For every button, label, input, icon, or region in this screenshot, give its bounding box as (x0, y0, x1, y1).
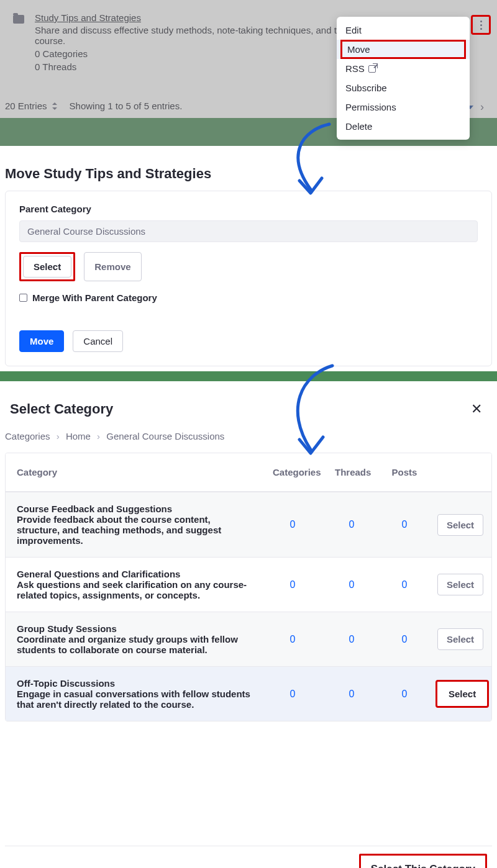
select-button[interactable]: Select (23, 256, 71, 278)
select-button-highlight: Select (19, 252, 75, 281)
category-list-panel: Study Tips and Strategies Share and disc… (0, 0, 497, 146)
crumb-categories[interactable]: Categories (5, 431, 50, 441)
category-count-categories: 0 Categories (35, 48, 358, 59)
move-button[interactable]: Move (19, 330, 64, 352)
menu-rss-label: RSS (345, 63, 365, 74)
chevron-right-icon: › (57, 431, 60, 441)
col-posts: Posts (380, 453, 429, 491)
external-link-icon (368, 65, 376, 73)
cell-action: Select (429, 620, 491, 659)
menu-permissions[interactable]: Permissions (337, 97, 470, 117)
col-category: Category (6, 453, 262, 491)
row-select-button[interactable]: Select (435, 680, 489, 708)
select-category-title: Select Category (10, 401, 113, 417)
cell-categories-count[interactable]: 0 (262, 623, 324, 656)
remove-button[interactable]: Remove (84, 252, 141, 281)
category-count-threads: 0 Threads (35, 61, 358, 72)
cell-threads-count[interactable]: 0 (324, 623, 380, 656)
sort-icon (51, 102, 57, 110)
row-select-button[interactable]: Select (437, 628, 483, 650)
crumb-current: General Course Discussions (106, 431, 224, 441)
cell-posts-count[interactable]: 0 (380, 677, 429, 711)
category-table: Category Categories Threads Posts Course… (5, 453, 492, 721)
menu-edit[interactable]: Edit (337, 20, 470, 40)
table-header: Category Categories Threads Posts (6, 453, 491, 492)
green-strip (0, 371, 497, 381)
kebab-icon (480, 20, 482, 30)
select-category-modal: Select Category ✕ Categories › Home › Ge… (0, 381, 497, 868)
category-title-link[interactable]: Study Tips and Strategies (35, 12, 141, 23)
folder-icon (11, 12, 26, 24)
cell-posts-count[interactable]: 0 (380, 568, 429, 602)
pager-next-button[interactable]: › (473, 98, 491, 115)
category-description: Share and discuss effective study method… (35, 25, 358, 46)
showing-text: Showing 1 to 5 of 5 entries. (70, 101, 183, 111)
select-this-category-button[interactable]: Select This Category (359, 854, 487, 868)
cancel-button[interactable]: Cancel (73, 330, 123, 352)
table-row: Group Study SessionsCoordinate and organ… (6, 612, 491, 666)
menu-rss[interactable]: RSS (337, 59, 470, 78)
col-categories: Categories (262, 453, 324, 491)
chevron-right-icon: › (97, 431, 100, 441)
col-threads: Threads (324, 453, 380, 491)
crumb-home[interactable]: Home (66, 431, 91, 441)
actions-dropdown: Edit Move RSS Subscribe Permissions Dele… (337, 17, 470, 140)
merge-checkbox-label: Merge With Parent Category (32, 292, 157, 303)
parent-category-label: Parent Category (19, 204, 478, 214)
cell-posts-count[interactable]: 0 (380, 623, 429, 656)
cell-category: Off-Topic DiscussionsEngage in casual co… (6, 667, 262, 721)
menu-move: Move (340, 40, 466, 59)
cell-category: General Questions and ClarificationsAsk … (6, 558, 262, 612)
close-icon[interactable]: ✕ (466, 399, 487, 420)
kebab-menu-button[interactable] (471, 15, 491, 35)
table-row: Off-Topic DiscussionsEngage in casual co… (6, 666, 491, 721)
cell-action: Select (429, 505, 491, 545)
row-select-button[interactable]: Select (437, 574, 483, 595)
cell-category: Group Study SessionsCoordinate and organ… (6, 612, 262, 666)
cell-action: Select (429, 565, 491, 604)
cell-action: Select (429, 671, 491, 717)
merge-checkbox[interactable] (19, 294, 27, 302)
breadcrumb: Categories › Home › General Course Discu… (5, 426, 492, 453)
menu-subscribe[interactable]: Subscribe (337, 78, 470, 97)
cell-posts-count[interactable]: 0 (380, 508, 429, 541)
table-row: General Questions and ClarificationsAsk … (6, 557, 491, 612)
entries-count-label: 20 Entries (5, 101, 47, 111)
cell-threads-count[interactable]: 0 (324, 677, 380, 711)
cell-categories-count[interactable]: 0 (262, 508, 324, 541)
cell-category: Course Feedback and SuggestionsProvide f… (6, 492, 262, 557)
entries-count[interactable]: 20 Entries (5, 101, 57, 111)
cell-threads-count[interactable]: 0 (324, 568, 380, 602)
table-row: Course Feedback and SuggestionsProvide f… (6, 492, 491, 557)
move-dialog-panel: Move Study Tips and Strategies Parent Ca… (0, 146, 497, 371)
parent-category-field: General Course Discussions (19, 220, 478, 242)
menu-delete[interactable]: Delete (337, 117, 470, 136)
menu-move-wrap[interactable]: Move (337, 40, 470, 59)
move-dialog-title: Move Study Tips and Strategies (5, 151, 492, 191)
row-select-button[interactable]: Select (437, 514, 483, 536)
cell-categories-count[interactable]: 0 (262, 677, 324, 711)
cell-categories-count[interactable]: 0 (262, 568, 324, 602)
cell-threads-count[interactable]: 0 (324, 508, 380, 541)
